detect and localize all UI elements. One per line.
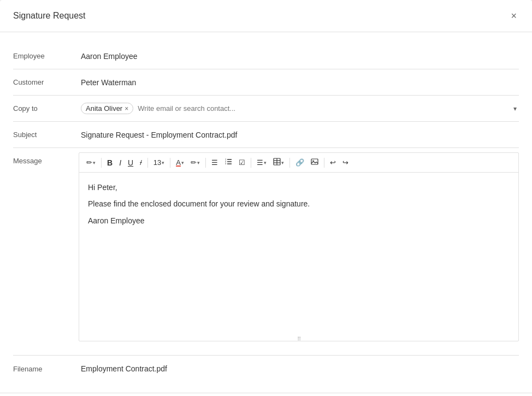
- format-icon: ✏: [86, 158, 92, 167]
- font-size-button[interactable]: 13 ▾: [151, 157, 167, 168]
- dialog-header: Signature Request ×: [0, 0, 532, 32]
- font-size-label: 13: [153, 158, 161, 167]
- filename-input[interactable]: [79, 358, 519, 380]
- table-icon: [273, 158, 281, 167]
- checklist-button[interactable]: ☑: [236, 157, 248, 168]
- image-icon: [311, 158, 318, 167]
- image-button[interactable]: [308, 156, 321, 169]
- bold-button[interactable]: B: [104, 157, 115, 169]
- copy-to-dropdown-arrow[interactable]: ▾: [513, 105, 517, 113]
- copy-to-tag-name: Anita Oliver: [86, 104, 122, 113]
- sep4: [205, 158, 206, 168]
- format-button[interactable]: ✏ ▾: [84, 157, 98, 168]
- message-line1: Hi Peter,: [88, 181, 510, 193]
- subject-input[interactable]: [79, 124, 519, 146]
- highlight-button[interactable]: ✏ ▾: [188, 157, 203, 168]
- editor-container: ✏ ▾ B I U / 13 ▾: [79, 152, 519, 341]
- customer-row: Customer Peter Waterman: [13, 69, 519, 96]
- table-chevron: ▾: [281, 160, 284, 166]
- link-icon: 🔗: [295, 158, 304, 167]
- copy-to-row: Copy to Anita Oliver × ▾: [13, 96, 519, 122]
- redo-icon: ↪: [342, 158, 348, 167]
- align-icon: ☰: [257, 158, 263, 167]
- employee-value: Aaron Employee: [79, 45, 519, 67]
- dialog-body: Employee Aaron Employee Customer Peter W…: [0, 32, 532, 393]
- editor-content[interactable]: Hi Peter, Please find the enclosed docum…: [79, 173, 518, 336]
- highlight-icon: ✏: [191, 158, 197, 167]
- employee-row: Employee Aaron Employee: [13, 43, 519, 69]
- message-label: Message: [13, 148, 79, 165]
- subject-row: Subject: [13, 122, 519, 148]
- font-color-chevron: ▾: [181, 160, 184, 166]
- close-button[interactable]: ×: [509, 9, 519, 23]
- sep2: [147, 158, 148, 168]
- message-line3: Aaron Employee: [88, 215, 510, 227]
- svg-rect-10: [311, 159, 318, 164]
- underline-button[interactable]: U: [125, 157, 136, 169]
- customer-value: Peter Waterman: [79, 72, 519, 93]
- dialog-footer: SEND CANCEL: [0, 393, 532, 396]
- svg-text:3: 3: [225, 162, 227, 165]
- list-ordered-button[interactable]: 1 2 3: [222, 156, 235, 169]
- link-button[interactable]: 🔗: [293, 157, 307, 168]
- strikethrough-icon: /: [140, 158, 142, 167]
- align-chevron: ▾: [264, 160, 267, 166]
- strikethrough-button[interactable]: /: [137, 157, 145, 168]
- copy-to-label: Copy to: [13, 104, 79, 113]
- list-unordered-icon: ☰: [211, 158, 218, 167]
- sep3: [170, 158, 170, 168]
- font-color-button[interactable]: A ▾: [173, 157, 187, 168]
- highlight-chevron: ▾: [197, 160, 200, 166]
- copy-to-tag-close[interactable]: ×: [125, 105, 128, 113]
- copy-to-container[interactable]: Anita Oliver × ▾: [79, 98, 519, 119]
- checklist-icon: ☑: [239, 158, 245, 167]
- list-ordered-icon: 1 2 3: [224, 158, 232, 167]
- message-row: Message ✏ ▾ B I U /: [13, 148, 519, 356]
- filename-label: Filename: [13, 365, 79, 373]
- resize-icon: ⠿: [297, 336, 301, 342]
- message-line2: Please find the enclosed document for yo…: [88, 198, 510, 210]
- subject-label: Subject: [13, 131, 79, 139]
- editor-toolbar: ✏ ▾ B I U / 13 ▾: [79, 153, 518, 173]
- copy-to-tag: Anita Oliver ×: [81, 103, 133, 114]
- format-chevron: ▾: [93, 160, 96, 166]
- undo-button[interactable]: ↩: [327, 157, 339, 168]
- font-size-chevron: ▾: [162, 160, 164, 166]
- copy-to-input[interactable]: [138, 104, 517, 113]
- redo-button[interactable]: ↪: [340, 157, 351, 168]
- list-unordered-button[interactable]: ☰: [209, 157, 221, 168]
- italic-button[interactable]: I: [116, 157, 124, 169]
- employee-label: Employee: [13, 52, 79, 60]
- sep1: [101, 158, 102, 168]
- table-button[interactable]: ▾: [270, 156, 287, 169]
- dialog-title: Signature Request: [13, 11, 86, 21]
- customer-label: Customer: [13, 78, 79, 86]
- signature-request-dialog: Signature Request × Employee Aaron Emplo…: [0, 0, 532, 396]
- undo-icon: ↩: [330, 158, 336, 167]
- filename-row: Filename: [13, 356, 519, 382]
- font-color-label: A: [176, 158, 181, 167]
- align-button[interactable]: ☰ ▾: [254, 157, 269, 168]
- resize-handle[interactable]: ⠿: [79, 336, 518, 341]
- sep7: [324, 158, 324, 168]
- sep5: [251, 158, 251, 168]
- sep6: [289, 158, 290, 168]
